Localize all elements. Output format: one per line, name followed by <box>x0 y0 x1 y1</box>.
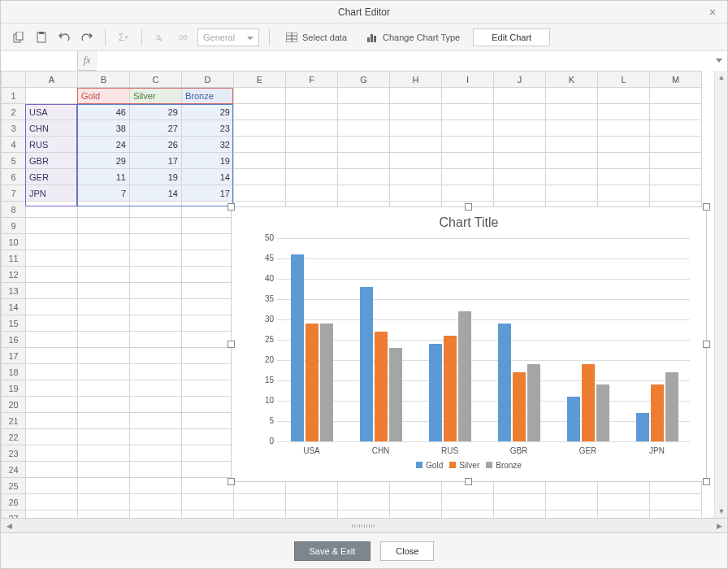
cell-C12[interactable] <box>130 267 182 283</box>
cell-B8[interactable] <box>78 202 130 218</box>
cell-C16[interactable] <box>130 332 182 348</box>
cell-A7[interactable]: JPN <box>26 185 78 202</box>
row-header-15[interactable]: 15 <box>2 315 26 332</box>
cell-K7[interactable] <box>546 185 598 202</box>
resize-handle[interactable] <box>703 203 710 211</box>
cell-J3[interactable] <box>494 120 546 137</box>
row-header-17[interactable]: 17 <box>2 348 26 364</box>
cell-D2[interactable]: 29 <box>182 104 234 120</box>
cell-B7[interactable]: 7 <box>78 185 130 202</box>
cell-D15[interactable] <box>182 315 234 332</box>
cell-L5[interactable] <box>598 153 650 169</box>
row-header-8[interactable]: 8 <box>2 202 26 218</box>
cell-B9[interactable] <box>78 218 130 234</box>
cell-G1[interactable] <box>338 88 390 104</box>
cell-H26[interactable] <box>390 494 442 510</box>
cell-L4[interactable] <box>598 137 650 153</box>
cell-B3[interactable]: 38 <box>78 120 130 137</box>
cell-M5[interactable] <box>650 153 702 169</box>
cell-A17[interactable] <box>26 348 78 364</box>
cell-E1[interactable] <box>234 88 286 104</box>
cell-L6[interactable] <box>598 169 650 185</box>
row-header-13[interactable]: 13 <box>2 283 26 299</box>
col-header-M[interactable]: M <box>650 72 702 88</box>
cell-C7[interactable]: 14 <box>130 185 182 202</box>
col-header-D[interactable]: D <box>182 72 234 88</box>
cell-D18[interactable] <box>182 364 234 380</box>
cell-F4[interactable] <box>286 137 338 153</box>
cell-K5[interactable] <box>546 153 598 169</box>
cell-J2[interactable] <box>494 104 546 120</box>
cell-J6[interactable] <box>494 169 546 185</box>
close-button[interactable]: Close <box>380 541 434 561</box>
scroll-down-icon[interactable]: ▼ <box>715 505 727 518</box>
cell-F27[interactable] <box>286 510 338 519</box>
resize-handle[interactable] <box>465 203 472 211</box>
cell-A24[interactable] <box>26 462 78 478</box>
row-header-20[interactable]: 20 <box>2 397 26 413</box>
cell-G5[interactable] <box>338 153 390 169</box>
scroll-up-icon[interactable]: ▲ <box>715 71 727 84</box>
cell-K1[interactable] <box>546 88 598 104</box>
row-header-23[interactable]: 23 <box>2 445 26 462</box>
cell-G7[interactable] <box>338 185 390 202</box>
cell-B24[interactable] <box>78 462 130 478</box>
cell-A11[interactable] <box>26 250 78 267</box>
paste-icon[interactable] <box>33 29 50 46</box>
cell-C11[interactable] <box>130 250 182 267</box>
resize-handle[interactable] <box>703 478 710 485</box>
cell-F1[interactable] <box>286 88 338 104</box>
cell-A27[interactable] <box>26 510 78 519</box>
cell-C21[interactable] <box>130 413 182 429</box>
cell-M3[interactable] <box>650 120 702 137</box>
cell-D13[interactable] <box>182 283 234 299</box>
cell-B16[interactable] <box>78 332 130 348</box>
cell-B4[interactable]: 24 <box>78 137 130 153</box>
cell-D3[interactable]: 23 <box>182 120 234 137</box>
cell-K2[interactable] <box>546 104 598 120</box>
horizontal-scrollbar[interactable]: ◀ ▶ <box>1 519 727 533</box>
cell-M2[interactable] <box>650 104 702 120</box>
cell-C14[interactable] <box>130 299 182 315</box>
cell-E27[interactable] <box>234 510 286 519</box>
cell-L3[interactable] <box>598 120 650 137</box>
cell-M6[interactable] <box>650 169 702 185</box>
cell-H3[interactable] <box>390 120 442 137</box>
cell-M4[interactable] <box>650 137 702 153</box>
row-header-6[interactable]: 6 <box>2 169 26 185</box>
cell-B18[interactable] <box>78 364 130 380</box>
cell-I2[interactable] <box>442 104 494 120</box>
cell-C25[interactable] <box>130 478 182 494</box>
cell-D23[interactable] <box>182 445 234 462</box>
row-header-3[interactable]: 3 <box>2 120 26 137</box>
col-header-E[interactable]: E <box>234 72 286 88</box>
cell-A15[interactable] <box>26 315 78 332</box>
row-header-24[interactable]: 24 <box>2 462 26 478</box>
row-header-22[interactable]: 22 <box>2 429 26 445</box>
cell-H1[interactable] <box>390 88 442 104</box>
cell-B2[interactable]: 46 <box>78 104 130 120</box>
cell-C17[interactable] <box>130 348 182 364</box>
cell-D16[interactable] <box>182 332 234 348</box>
cell-A12[interactable] <box>26 267 78 283</box>
number-format-select[interactable]: General <box>197 28 259 46</box>
cell-J1[interactable] <box>494 88 546 104</box>
row-header-11[interactable]: 11 <box>2 250 26 267</box>
col-header-K[interactable]: K <box>546 72 598 88</box>
cell-H27[interactable] <box>390 510 442 519</box>
cell-B25[interactable] <box>78 478 130 494</box>
cell-C5[interactable]: 17 <box>130 153 182 169</box>
cell-D26[interactable] <box>182 494 234 510</box>
fx-icon[interactable]: fx <box>78 54 96 67</box>
undo-icon[interactable] <box>56 29 72 46</box>
cell-F26[interactable] <box>286 494 338 510</box>
cell-J27[interactable] <box>494 510 546 519</box>
cell-D12[interactable] <box>182 267 234 283</box>
cell-D7[interactable]: 17 <box>182 185 234 202</box>
corner-cell[interactable] <box>2 72 26 88</box>
row-header-19[interactable]: 19 <box>2 380 26 397</box>
cell-C19[interactable] <box>130 380 182 397</box>
cell-C18[interactable] <box>130 364 182 380</box>
cell-L1[interactable] <box>598 88 650 104</box>
cell-D6[interactable]: 14 <box>182 169 234 185</box>
